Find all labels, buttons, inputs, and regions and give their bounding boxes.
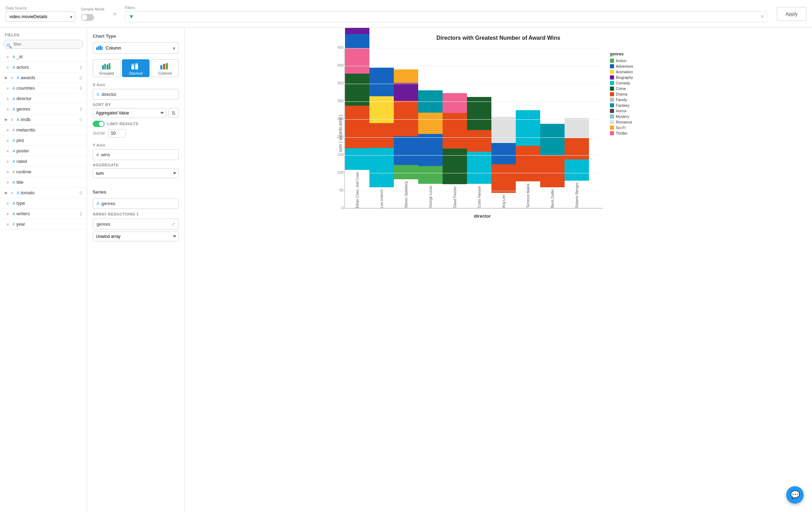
- info-icon[interactable]: ℹ: [137, 212, 139, 217]
- field-item-type[interactable]: ≡Atype: [0, 198, 87, 209]
- stacked-bar[interactable]: [369, 68, 394, 187]
- sample-mode-toggle[interactable]: [81, 14, 94, 21]
- apply-button[interactable]: Apply: [777, 7, 806, 21]
- legend-title: genres: [610, 52, 659, 57]
- legend-item-drama: Drama: [610, 92, 659, 96]
- field-name: actors: [16, 65, 78, 70]
- field-name: year: [16, 221, 82, 227]
- field-item-genres[interactable]: ≡Agenres[]: [0, 104, 87, 114]
- y-axis-field-icon: #: [97, 152, 99, 157]
- field-item-director[interactable]: ≡Adirector: [0, 93, 87, 104]
- unwind-select[interactable]: Unwind array: [93, 232, 179, 241]
- field-item-actors[interactable]: ≡Aactors[]: [0, 62, 87, 73]
- stacked-bar[interactable]: [443, 93, 467, 185]
- stacked-icon: [131, 62, 141, 71]
- clear-filter-button[interactable]: ×: [761, 14, 764, 20]
- legend-color-swatch: [610, 75, 614, 80]
- legend-color-swatch: [610, 59, 614, 63]
- field-item-_id[interactable]: ≡A_id: [0, 52, 87, 62]
- field-lines-icon: ≡: [5, 212, 10, 216]
- limit-toggle[interactable]: [93, 121, 105, 127]
- field-item-countries[interactable]: ≡Acountries[]: [0, 83, 87, 93]
- bar-segment-drama: [491, 164, 516, 193]
- show-input[interactable]: [108, 129, 126, 137]
- field-name: plot: [16, 138, 82, 143]
- fields-search-wrapper: 🔍: [0, 40, 87, 52]
- bar-wrapper: David Fincher: [443, 93, 467, 208]
- stacked-bar[interactable]: [516, 110, 540, 181]
- field-name: title: [16, 180, 82, 185]
- field-item-title[interactable]: ≡Atitle: [0, 177, 87, 188]
- chart-style-grouped-button[interactable]: Grouped: [93, 59, 121, 77]
- stacked-bar[interactable]: [467, 97, 491, 183]
- bar-segment-thriller: [345, 48, 369, 74]
- field-badge: []: [80, 86, 82, 90]
- svg-rect-11: [135, 63, 138, 65]
- stacked-bar[interactable]: [394, 69, 418, 179]
- bar-segment-biography: [394, 83, 418, 101]
- legend-label-text: Horror: [616, 109, 627, 113]
- search-icon: 🔍: [6, 43, 12, 48]
- legend-label-text: Action: [616, 59, 627, 63]
- chart-type-title: Chart Type: [93, 33, 179, 39]
- svg-rect-10: [135, 65, 138, 69]
- datasource-select[interactable]: video.movieDetails: [6, 12, 75, 22]
- field-item-plot[interactable]: ≡Aplot: [0, 135, 87, 146]
- field-item-tomato[interactable]: ▶≡Atomato{}: [0, 188, 87, 198]
- bar-label: Steven Spielberg: [404, 181, 408, 208]
- series-reduction-box: genres ⤢: [93, 219, 179, 229]
- field-item-rated[interactable]: ≡Arated: [0, 156, 87, 167]
- bar-segment-biography: [345, 28, 369, 34]
- legend-item-family: Family: [610, 98, 659, 102]
- field-badge: {}: [79, 191, 82, 195]
- field-type-icon: A: [13, 159, 15, 164]
- field-item-runtime[interactable]: ≡#runtime: [0, 167, 87, 177]
- field-item-metacritic[interactable]: ≡#metacritic: [0, 125, 87, 135]
- bar-segment-comedy: [345, 148, 369, 170]
- stacked-bar[interactable]: [540, 124, 565, 187]
- data-source-label: Data Source: [6, 6, 75, 10]
- expand-icon[interactable]: ⤢: [171, 222, 175, 227]
- stacked-bar[interactable]: [345, 28, 369, 170]
- aggregate-select[interactable]: sum: [93, 168, 179, 178]
- chart-style-stacked-button[interactable]: Stacked: [122, 59, 150, 77]
- chat-button[interactable]: 💬: [786, 486, 804, 504]
- sort-order-button[interactable]: ⇅: [168, 108, 179, 118]
- field-item-writers[interactable]: ≡Awriters[]: [0, 209, 87, 219]
- svg-rect-9: [131, 64, 134, 66]
- field-name: rated: [16, 159, 82, 164]
- y-tick: 450: [331, 45, 344, 50]
- legend-item-mystery: Mystery: [610, 114, 659, 119]
- field-lines-icon: ≡: [5, 222, 10, 226]
- field-item-year[interactable]: ≡#year: [0, 219, 87, 229]
- field-item-awards[interactable]: ▶≡Aawards{}: [0, 73, 87, 83]
- field-name: poster: [16, 148, 82, 153]
- field-type-icon: #: [13, 170, 15, 174]
- legend-label-text: Animation: [616, 70, 633, 74]
- fields-list: ≡A_id≡Aactors[]▶≡Aawards{}≡Acountries[]≡…: [0, 52, 87, 512]
- filters-bar[interactable]: ▼ ×: [125, 11, 767, 22]
- field-lines-icon: ≡: [5, 159, 10, 164]
- legend-label-text: Biography: [616, 75, 633, 80]
- stacked-bar[interactable]: [491, 117, 516, 193]
- stacked-bar[interactable]: [418, 90, 443, 184]
- field-item-imdb[interactable]: ▶≡Aimdb{}: [0, 114, 87, 125]
- y-axis-field-box: # wins: [93, 149, 179, 160]
- limit-row: LIMIT RESULTS: [93, 121, 179, 127]
- field-badge: []: [80, 107, 82, 111]
- grouped-label: Grouped: [99, 71, 114, 75]
- sort-by-select[interactable]: Aggregated Value: [93, 108, 166, 118]
- field-lines-icon: ≡: [5, 86, 10, 90]
- y-tick: 150: [331, 152, 344, 157]
- fields-search-input[interactable]: [3, 40, 83, 49]
- chart-style-colored-button[interactable]: Colored: [151, 59, 179, 77]
- stacked-bar[interactable]: [565, 118, 589, 181]
- aggregate-label: AGGREGATE: [93, 163, 179, 167]
- chart-type-select[interactable]: Column: [93, 42, 179, 54]
- data-source-section: Data Source video.movieDetails: [6, 6, 75, 22]
- field-item-poster[interactable]: ≡Aposter: [0, 146, 87, 156]
- bar-segment-comedy: [369, 148, 394, 187]
- fields-panel: FIELDS 🔍 ≡A_id≡Aactors[]▶≡Aawards{}≡Acou…: [0, 28, 87, 512]
- legend-color-swatch: [610, 86, 614, 91]
- series-section: Series A genres ARRAY REDUCTIONS ℹ genre…: [93, 189, 179, 241]
